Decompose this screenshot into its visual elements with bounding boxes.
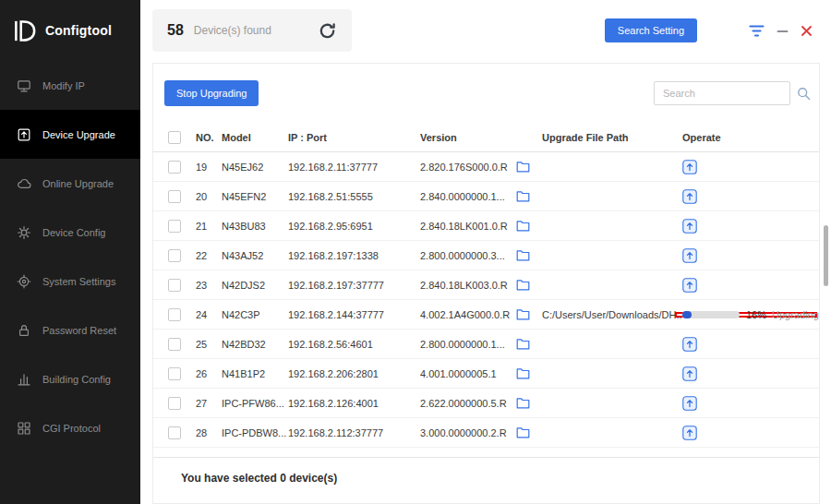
row-checkbox[interactable] [168,161,181,174]
progress-percent: 16% [746,309,766,320]
upload-icon[interactable] [682,366,697,381]
row-checkbox[interactable] [168,249,181,262]
row-no: 23 [196,280,222,291]
row-model: N41B1P2 [222,368,288,379]
row-checkbox[interactable] [168,279,181,292]
filter-dropdown-icon[interactable] [749,25,765,37]
table-row: 24N42C3P192.168.2.144:377774.002.1A4G000… [153,300,819,330]
sidebar-item-device-config[interactable]: Device Config [0,208,140,257]
folder-icon[interactable] [516,220,530,232]
col-upgrade-file-path: Upgrade File Path [542,132,682,143]
row-checkbox[interactable] [168,367,181,380]
close-icon[interactable] [801,25,813,37]
table-header: NO. Model IP : Port Version Upgrade File… [153,123,819,152]
row-no: 27 [196,398,222,409]
operate-cell [682,337,819,352]
sidebar-item-building-config[interactable]: Building Config [0,354,140,403]
row-checkbox[interactable] [168,426,181,439]
minimize-icon[interactable] [777,25,789,37]
folder-icon[interactable] [516,338,530,350]
sidebar-item-system-settings[interactable]: System Settings [0,257,140,306]
sidebar-item-device-upgrade[interactable]: Device Upgrade [0,110,140,159]
operate-cell: 16%Upgrading [682,309,819,320]
row-no: 24 [196,309,222,320]
upload-icon[interactable] [682,337,697,352]
modify-ip-icon [17,78,31,93]
folder-icon[interactable] [516,249,530,261]
table-row: 27IPC-PFW86...192.168.2.126:40012.622.00… [153,389,819,418]
row-model: IPC-PFW86... [222,398,288,409]
folder-icon[interactable] [516,161,530,173]
sidebar-item-modify-ip[interactable]: Modify IP [0,61,140,110]
operate-cell [682,396,819,411]
upgrade-progress-bar [682,311,740,318]
online-upgrade-icon [17,176,31,191]
upload-icon[interactable] [682,278,697,293]
sidebar-item-password-reset[interactable]: Password Reset [0,306,140,354]
row-ip-port: 192.168.2.197:1338 [288,250,420,261]
folder-icon[interactable] [516,367,530,379]
row-model: N45EFN2 [222,191,288,202]
row-version: 2.622.0000000.5.R [420,398,516,409]
upload-icon[interactable] [682,160,697,174]
sidebar-item-label: Device Upgrade [42,129,115,140]
configtool-logo-icon [13,18,38,43]
password-reset-icon [17,323,31,338]
col-model: Model [222,132,288,143]
vertical-scrollbar[interactable] [824,225,828,286]
row-file-path: C:/Users/User/Downloads/DH... [542,309,682,320]
row-version: 3.000.0000000.2.R [420,427,516,438]
search-icon[interactable] [796,86,812,102]
folder-icon[interactable] [516,426,530,438]
row-ip-port: 192.168.2.51:5555 [288,191,420,202]
upload-icon[interactable] [682,396,697,411]
row-checkbox[interactable] [168,397,181,410]
row-model: N42DJS2 [222,280,288,291]
upload-icon[interactable] [682,248,697,263]
row-model: N43AJ52 [222,250,288,261]
folder-icon[interactable] [516,190,530,202]
sidebar: Configtool Modify IPDevice UpgradeOnline… [0,0,140,504]
upload-icon[interactable] [682,189,697,204]
row-checkbox[interactable] [168,190,181,203]
sidebar-item-online-upgrade[interactable]: Online Upgrade [0,159,140,208]
sidebar-nav: Modify IPDevice UpgradeOnline UpgradeDev… [0,61,140,452]
row-no: 25 [196,339,222,350]
row-ip-port: 192.168.2.206:2801 [288,368,420,379]
table-row: 19N45EJ62192.168.2.11:377772.820.176S000… [153,152,819,182]
col-version: Version [420,132,516,143]
table-row: 23N42DJS2192.168.2.197:377772.840.18LK00… [153,270,819,300]
row-checkbox[interactable] [168,338,181,351]
selection-summary-text: You have selected 0 device(s) [181,472,337,485]
folder-icon[interactable] [516,279,530,291]
building-config-icon [17,372,31,387]
upload-icon[interactable] [682,219,697,234]
app-logo-area: Configtool [0,0,140,61]
upload-icon[interactable] [682,426,697,440]
stop-upgrading-button[interactable]: Stop Upgrading [164,80,259,106]
folder-icon[interactable] [516,397,530,409]
sidebar-item-label: Device Config [42,227,105,238]
table-body: 19N45EJ62192.168.2.11:377772.820.176S000… [153,152,819,448]
progress-status: Upgrading [772,309,819,320]
folder-icon[interactable] [516,308,530,320]
search-setting-button[interactable]: Search Setting [605,18,697,42]
configtool-window: Configtool Modify IPDevice UpgradeOnline… [0,0,831,504]
sidebar-item-cgi-protocol[interactable]: CGI Protocol [0,403,140,452]
sidebar-item-label: Password Reset [42,325,116,336]
refresh-icon[interactable] [318,21,337,41]
row-model: IPC-PDBW8... [222,427,288,438]
device-count-label: Device(s) found [194,24,271,37]
device-count: 58 [167,22,184,39]
search-input[interactable] [654,81,790,105]
col-operate: Operate [682,132,819,143]
row-ip-port: 192.168.2.112:37777 [288,427,420,438]
device-count-box: 58 Device(s) found [152,9,352,52]
row-checkbox[interactable] [168,308,181,321]
row-checkbox[interactable] [168,220,181,233]
select-all-checkbox[interactable] [168,131,181,144]
row-model: N42C3P [222,309,288,320]
row-no: 19 [196,162,222,173]
operate-cell [682,189,819,204]
table-row: 21N43BU83192.168.2.95:69512.840.18LK001.… [153,211,819,241]
